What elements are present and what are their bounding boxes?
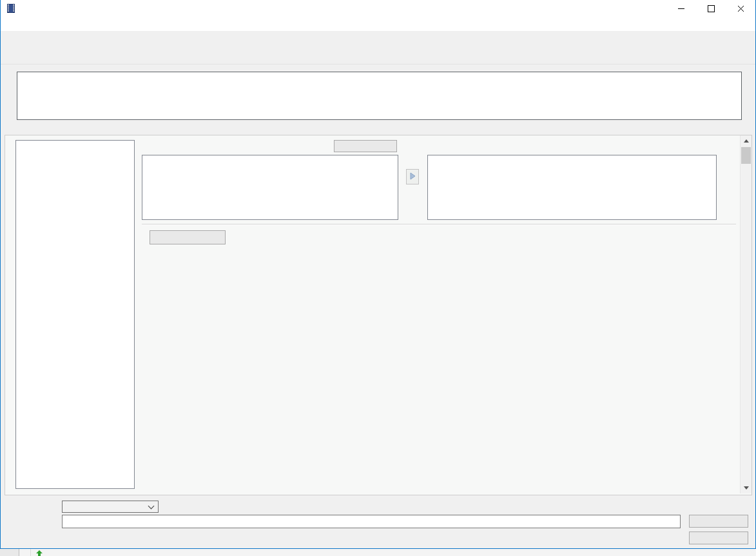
reset-button[interactable]: [150, 230, 226, 244]
menu-bar: [1, 17, 755, 31]
app-window: [0, 0, 756, 549]
toolbar: [1, 31, 755, 65]
section-divider: [142, 224, 736, 225]
right-arrow-icon: [410, 172, 416, 182]
minimize-button[interactable]: [666, 0, 696, 17]
output-mode-select[interactable]: [62, 501, 159, 513]
scroll-down-icon[interactable]: [741, 482, 751, 493]
scroll-up-icon[interactable]: [741, 135, 751, 146]
scrollbar-thumb[interactable]: [741, 147, 751, 164]
green-up-arrow-icon: [36, 550, 43, 556]
app-filmstrip-icon: [6, 3, 15, 14]
maximize-button[interactable]: [696, 0, 726, 17]
video-category-list[interactable]: [15, 140, 135, 489]
background-divider: [30, 549, 31, 556]
panel-scrollbar[interactable]: [740, 135, 751, 493]
background-window-strip: [0, 549, 756, 556]
screen: [0, 0, 756, 556]
job-queue-table[interactable]: [17, 72, 742, 120]
import-button[interactable]: [334, 140, 397, 152]
open-button[interactable]: [689, 531, 748, 544]
background-scrollbar-stub: [0, 549, 19, 556]
destination-input[interactable]: [62, 515, 681, 528]
output-stream-table[interactable]: [427, 155, 717, 220]
title-bar: [1, 0, 755, 17]
close-button[interactable]: [726, 0, 755, 17]
transfer-right-button[interactable]: [406, 169, 419, 184]
chevron-down-icon: [148, 503, 155, 510]
window-controls: [666, 0, 755, 17]
video-tab-panel: [5, 135, 752, 495]
source-stream-table[interactable]: [142, 155, 398, 220]
browse-button[interactable]: [689, 515, 748, 528]
